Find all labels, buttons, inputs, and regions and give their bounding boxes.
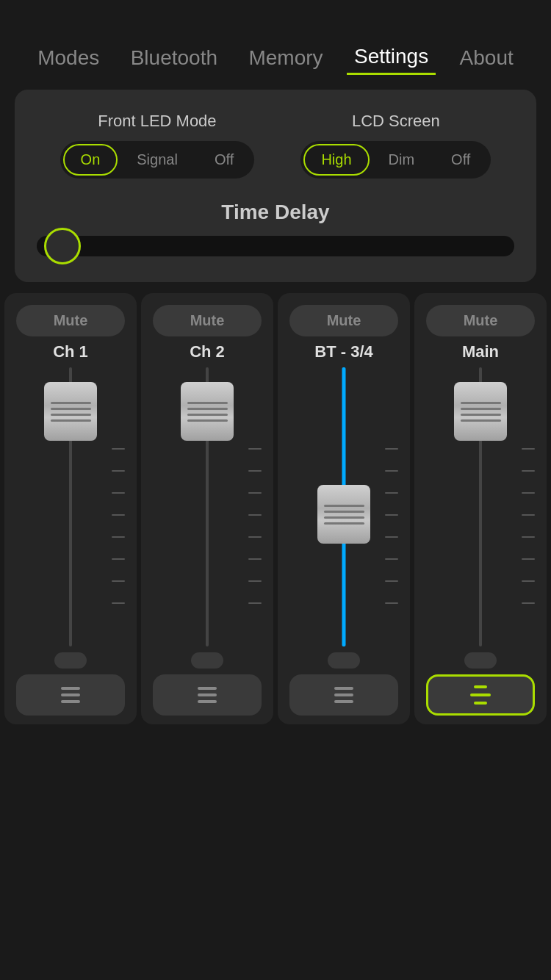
ch2-fader-handle[interactable] bbox=[181, 382, 234, 441]
main-fader-container bbox=[420, 367, 541, 646]
front-led-toggle-group: On Signal Off bbox=[60, 141, 255, 179]
tick bbox=[522, 448, 535, 450]
ch1-link-button[interactable] bbox=[54, 652, 87, 669]
eq-bar bbox=[198, 700, 217, 703]
front-led-signal[interactable]: Signal bbox=[119, 144, 195, 176]
time-delay-slider-track[interactable] bbox=[37, 236, 514, 256]
bt34-eq-button[interactable] bbox=[289, 674, 398, 716]
channel-1: Mute Ch 1 bbox=[4, 293, 137, 724]
main-mute-button[interactable]: Mute bbox=[426, 305, 535, 336]
eq-bar-group bbox=[61, 687, 80, 703]
top-navigation: Modes Bluetooth Memory Settings About bbox=[0, 0, 551, 90]
eq-bar bbox=[198, 693, 217, 696]
bt34-fader-container bbox=[284, 367, 404, 646]
bt34-mute-button[interactable]: Mute bbox=[289, 305, 398, 336]
main-name: Main bbox=[462, 342, 499, 361]
front-led-label: Front LED Mode bbox=[98, 112, 216, 131]
bt34-bottom bbox=[284, 652, 404, 716]
tick bbox=[112, 602, 125, 604]
nav-memory[interactable]: Memory bbox=[241, 42, 330, 74]
ch2-fader-line1 bbox=[187, 408, 228, 410]
tick bbox=[248, 580, 262, 582]
bt34-eq-icon bbox=[334, 687, 353, 703]
lcd-off[interactable]: Off bbox=[433, 144, 488, 176]
ch1-fader-line1 bbox=[51, 408, 91, 410]
main-eq-icon bbox=[470, 685, 491, 705]
ch1-fader-container bbox=[10, 367, 131, 646]
main-link-button[interactable] bbox=[464, 652, 497, 669]
tick bbox=[112, 492, 125, 494]
ch2-fader-container bbox=[147, 367, 267, 646]
nav-bluetooth[interactable]: Bluetooth bbox=[123, 42, 225, 74]
tick bbox=[522, 580, 535, 582]
tick bbox=[522, 470, 535, 472]
ch2-link-button[interactable] bbox=[191, 652, 223, 669]
lcd-screen-label: LCD Screen bbox=[352, 112, 440, 131]
lcd-dim[interactable]: Dim bbox=[371, 144, 433, 176]
tick bbox=[248, 448, 262, 450]
channel-2: Mute Ch 2 bbox=[141, 293, 273, 724]
front-led-on[interactable]: On bbox=[63, 144, 118, 176]
ch2-eq-icon bbox=[198, 687, 217, 703]
ch1-fader-handle[interactable] bbox=[44, 382, 97, 441]
tick bbox=[522, 602, 535, 604]
lcd-toggle-group: High Dim Off bbox=[300, 141, 491, 179]
eq-bar bbox=[470, 693, 491, 696]
channel-main: Mute Main bbox=[414, 293, 547, 724]
channel-bt34: Mute BT - 3/4 bbox=[278, 293, 410, 724]
tick bbox=[385, 448, 398, 450]
tick bbox=[522, 536, 535, 538]
nav-about[interactable]: About bbox=[453, 42, 521, 74]
settings-controls-row: Front LED Mode On Signal Off LCD Screen … bbox=[37, 112, 514, 179]
eq-bar bbox=[334, 693, 353, 696]
ch2-fader-line2 bbox=[187, 414, 228, 416]
time-delay-thumb[interactable] bbox=[44, 228, 81, 264]
tick bbox=[385, 514, 398, 516]
tick bbox=[112, 470, 125, 472]
ch2-eq-button[interactable] bbox=[153, 674, 262, 716]
tick bbox=[248, 536, 262, 538]
ch1-eq-button[interactable] bbox=[16, 674, 125, 716]
eq-bar bbox=[61, 700, 80, 703]
main-tick-marks bbox=[522, 448, 535, 604]
main-eq-button[interactable] bbox=[426, 674, 535, 716]
time-delay-section: Time Delay bbox=[37, 201, 514, 256]
tick bbox=[248, 470, 262, 472]
eq-bar bbox=[61, 687, 80, 690]
bt34-link-button[interactable] bbox=[328, 652, 360, 669]
bt34-fader-handle[interactable] bbox=[317, 485, 370, 544]
bt34-name: BT - 3/4 bbox=[314, 342, 372, 361]
ch2-mute-button[interactable]: Mute bbox=[153, 305, 262, 336]
tick bbox=[112, 448, 125, 450]
lcd-screen-group: LCD Screen High Dim Off bbox=[300, 112, 491, 179]
bt34-fader-line2 bbox=[324, 516, 364, 519]
mixer-section: Mute Ch 1 bbox=[0, 293, 551, 724]
tick bbox=[385, 580, 398, 582]
front-led-off[interactable]: Off bbox=[197, 144, 251, 176]
nav-settings[interactable]: Settings bbox=[347, 40, 436, 75]
tick bbox=[522, 492, 535, 494]
ch1-tick-marks bbox=[112, 448, 125, 604]
tick bbox=[522, 514, 535, 516]
tick bbox=[112, 536, 125, 538]
eq-bar-group bbox=[198, 687, 217, 703]
ch1-name: Ch 1 bbox=[53, 342, 88, 361]
main-fader-handle[interactable] bbox=[454, 382, 507, 441]
tick bbox=[385, 470, 398, 472]
nav-modes[interactable]: Modes bbox=[30, 42, 107, 74]
eq-bar bbox=[198, 687, 217, 690]
ch1-mute-button[interactable]: Mute bbox=[16, 305, 125, 336]
eq-bar-group bbox=[470, 685, 491, 705]
ch2-tick-marks bbox=[248, 448, 262, 604]
tick bbox=[112, 514, 125, 516]
lcd-high[interactable]: High bbox=[303, 144, 369, 176]
eq-bar bbox=[474, 702, 487, 705]
main-fader-line1 bbox=[461, 408, 501, 410]
eq-bar bbox=[61, 693, 80, 696]
eq-bar-group bbox=[334, 687, 353, 703]
ch2-name: Ch 2 bbox=[190, 342, 225, 361]
tick bbox=[385, 602, 398, 604]
ch1-eq-icon bbox=[61, 687, 80, 703]
ch2-bottom bbox=[147, 652, 267, 716]
ch1-bottom bbox=[10, 652, 131, 716]
